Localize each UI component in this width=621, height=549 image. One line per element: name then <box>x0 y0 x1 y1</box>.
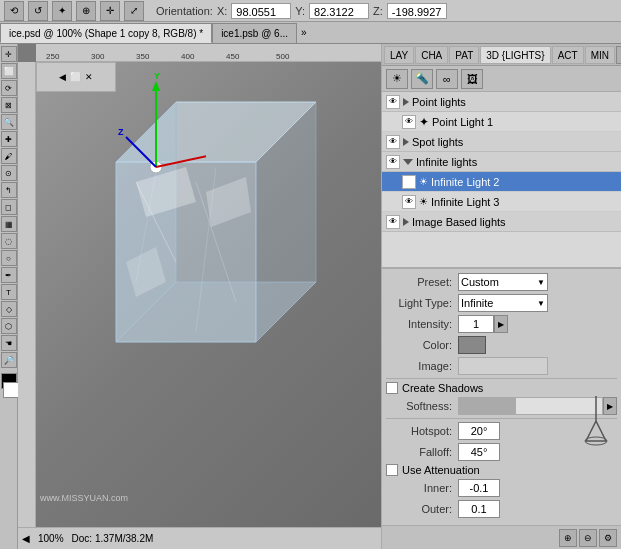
eye-image-group[interactable]: 👁 <box>386 215 400 229</box>
eye-infinite-group[interactable]: 👁 <box>386 155 400 169</box>
panel-tab-lay[interactable]: LAY <box>384 46 414 64</box>
panel-icon-1[interactable]: » <box>616 46 621 64</box>
tool-move[interactable]: ✛ <box>1 46 17 62</box>
watermark: www.MISSYUAN.com <box>40 493 128 503</box>
tree-group-image-header[interactable]: 👁 Image Based lights <box>382 212 621 232</box>
main-area: ✛ ⬜ ⟳ ⊠ 🔍 ✚ 🖌 ⊙ ↰ ◻ ▦ ◌ ○ ✒ T ◇ ⬡ ☚ 🔎 25… <box>0 44 621 549</box>
light-type-dropdown[interactable]: Infinite ▼ <box>458 294 548 312</box>
panel-icon-inf[interactable]: ∞ <box>436 69 458 89</box>
image-slot[interactable] <box>458 357 548 375</box>
spot-lights-label: Spot lights <box>412 136 463 148</box>
panel-icon-sun[interactable]: ☀ <box>386 69 408 89</box>
preset-row: Preset: Custom ▼ <box>386 273 617 291</box>
tool-lasso[interactable]: ⟳ <box>1 80 17 96</box>
preset-dropdown[interactable]: Custom ▼ <box>458 273 548 291</box>
ruler-left <box>18 62 36 549</box>
point-icon-1: ✦ <box>419 115 429 129</box>
tool-icon-4[interactable]: ⊕ <box>76 1 96 21</box>
hotspot-value[interactable]: 20° <box>458 422 500 440</box>
background-color[interactable] <box>3 382 19 398</box>
intensity-value-box[interactable]: 1 <box>458 315 494 333</box>
tab-ice-psd[interactable]: ice.psd @ 100% (Shape 1 copy 8, RGB/8) * <box>0 23 212 43</box>
tool-icon-6[interactable]: ⤢ <box>124 1 144 21</box>
tab-more[interactable]: » <box>297 23 311 43</box>
image-label: Image: <box>386 360 458 372</box>
tree-item-point-1[interactable]: 👁 ✦ Point Light 1 <box>382 112 621 132</box>
tool-text[interactable]: T <box>1 284 17 300</box>
intensity-stepper[interactable]: ▶ <box>494 315 508 333</box>
tool-shape[interactable]: ◇ <box>1 301 17 317</box>
tool-select-rect[interactable]: ⬜ <box>1 63 17 79</box>
eye-infinite-2[interactable]: 👁 <box>402 175 416 189</box>
tree-item-infinite-2[interactable]: 👁 ☀ Infinite Light 2 <box>382 172 621 192</box>
tool-3d[interactable]: ⬡ <box>1 318 17 334</box>
use-attenuation-row: Use Attenuation <box>386 464 617 476</box>
tool-history[interactable]: ↰ <box>1 182 17 198</box>
tool-hand[interactable]: ☚ <box>1 335 17 351</box>
tool-icon-1[interactable]: ⟲ <box>4 1 24 21</box>
color-swatch[interactable] <box>458 336 486 354</box>
status-bar: ◀ 100% Doc: 1.37M/38.2M <box>18 527 381 549</box>
triangle-image <box>403 218 409 226</box>
status-nav-left[interactable]: ◀ <box>22 533 30 544</box>
eye-point-group[interactable]: 👁 <box>386 95 400 109</box>
panel-tab-cha[interactable]: CHA <box>415 46 448 64</box>
panel-icon-img[interactable]: 🖼 <box>461 69 483 89</box>
tool-eyedropper[interactable]: 🔍 <box>1 114 17 130</box>
outer-value[interactable]: 0.1 <box>458 500 500 518</box>
y-value: 82.3122 <box>309 3 369 19</box>
tool-icon-3[interactable]: ✦ <box>52 1 72 21</box>
tool-stamp[interactable]: ⊙ <box>1 165 17 181</box>
nav-close[interactable]: ✕ <box>85 72 93 82</box>
eye-point-1[interactable]: 👁 <box>402 115 416 129</box>
tool-eraser[interactable]: ◻ <box>1 199 17 215</box>
preset-arrow-icon: ▼ <box>537 278 545 287</box>
svg-marker-17 <box>152 81 160 91</box>
inner-value[interactable]: -0.1 <box>458 479 500 497</box>
create-shadows-checkbox[interactable] <box>386 382 398 394</box>
panel-bottom-icon-3[interactable]: ⚙ <box>599 529 617 547</box>
tool-blur[interactable]: ◌ <box>1 233 17 249</box>
panel-tab-pat[interactable]: PAT <box>449 46 479 64</box>
intensity-row: Intensity: 1 ▶ <box>386 315 617 333</box>
tool-icon-2[interactable]: ↺ <box>28 1 48 21</box>
tool-dodge[interactable]: ○ <box>1 250 17 266</box>
tree-group-spot-header[interactable]: 👁 Spot lights <box>382 132 621 152</box>
z-label: Z: <box>373 5 383 17</box>
panel-icon-spot[interactable]: 🔦 <box>411 69 433 89</box>
props-panel: Preset: Custom ▼ Light Type: Infinite ▼ … <box>382 268 621 525</box>
coord-area: Orientation: X: 98.0551 Y: 82.3122 Z: -1… <box>156 3 447 19</box>
falloff-value[interactable]: 45° <box>458 443 500 461</box>
infinite-icon-2: ☀ <box>419 176 428 187</box>
left-toolbar: ✛ ⬜ ⟳ ⊠ 🔍 ✚ 🖌 ⊙ ↰ ◻ ▦ ◌ ○ ✒ T ◇ ⬡ ☚ 🔎 <box>0 44 18 549</box>
navigator-controls[interactable]: ◀ ⬜ ✕ <box>36 62 116 92</box>
triangle-infinite <box>403 159 413 165</box>
eye-infinite-3[interactable]: 👁 <box>402 195 416 209</box>
panel-tab-3d-lights[interactable]: 3D {LIGHTS} <box>480 46 550 64</box>
canvas-content[interactable]: Y X Z ◀ ⬜ ✕ www.MISSYUAN.com <box>36 62 381 527</box>
inner-label: Inner: <box>386 482 458 494</box>
panel-tab-act[interactable]: ACT <box>552 46 584 64</box>
tool-zoom[interactable]: 🔎 <box>1 352 17 368</box>
ruler-mark-450: 450 <box>226 52 239 61</box>
eye-spot-group[interactable]: 👁 <box>386 135 400 149</box>
panel-tab-min[interactable]: MIN <box>585 46 615 64</box>
tree-group-point-header[interactable]: 👁 Point lights <box>382 92 621 112</box>
tool-pen[interactable]: ✒ <box>1 267 17 283</box>
tree-item-infinite-3[interactable]: 👁 ☀ Infinite Light 3 <box>382 192 621 212</box>
tool-gradient[interactable]: ▦ <box>1 216 17 232</box>
tool-icon-5[interactable]: ✛ <box>100 1 120 21</box>
tree-group-infinite-header[interactable]: 👁 Infinite lights <box>382 152 621 172</box>
x-label: X: <box>217 5 227 17</box>
panel-bottom-bar: ⊕ ⊖ ⚙ <box>382 525 621 549</box>
intensity-label: Intensity: <box>386 318 458 330</box>
tool-heal[interactable]: ✚ <box>1 131 17 147</box>
tool-crop[interactable]: ⊠ <box>1 97 17 113</box>
nav-left[interactable]: ◀ <box>59 72 66 82</box>
create-shadows-row: Create Shadows <box>386 382 617 394</box>
tool-brush[interactable]: 🖌 <box>1 148 17 164</box>
use-attenuation-checkbox[interactable] <box>386 464 398 476</box>
panel-bottom-icon-1[interactable]: ⊕ <box>559 529 577 547</box>
panel-bottom-icon-2[interactable]: ⊖ <box>579 529 597 547</box>
tab-ice1-psb[interactable]: ice1.psb @ 6... <box>212 23 297 43</box>
